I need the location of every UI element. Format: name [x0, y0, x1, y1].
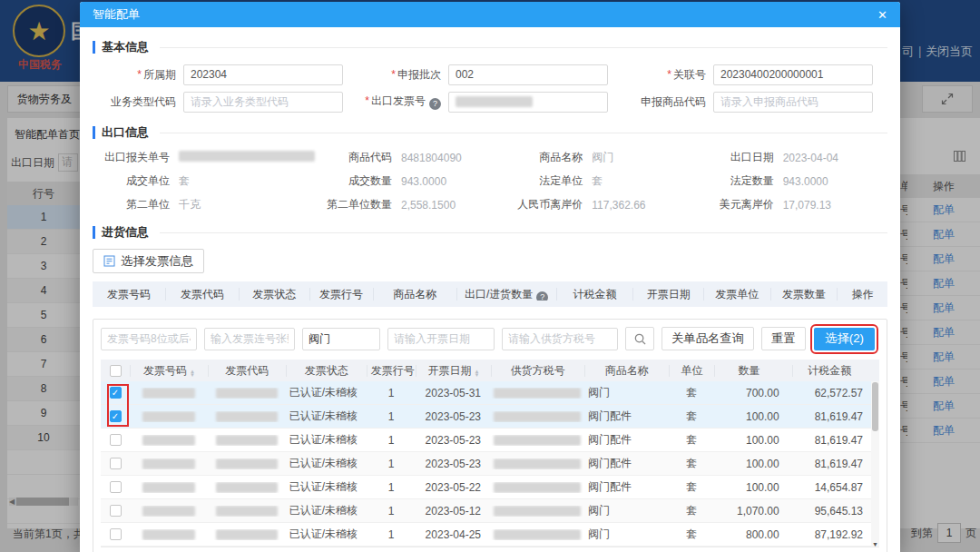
batch-input[interactable]: [448, 64, 608, 85]
row-checkbox[interactable]: [110, 505, 122, 517]
period-input[interactable]: [183, 64, 343, 85]
row-checkbox[interactable]: [110, 528, 122, 540]
col-invoice-no[interactable]: 发票号码: [93, 288, 165, 301]
vertical-scrollbar[interactable]: ▼: [871, 381, 879, 547]
batch-label: 申报批次: [358, 67, 448, 83]
row-checkbox[interactable]: ✓: [110, 387, 122, 399]
col-supplier-tax-no[interactable]: 供货方税号: [491, 365, 584, 377]
invoice-list-icon: [103, 255, 115, 267]
issue-date-cell: 2023-05-12: [416, 505, 490, 518]
col-invoice-line[interactable]: 发票行号: [309, 288, 373, 301]
scrollbar-thumb[interactable]: [872, 382, 878, 431]
purchase-table-header: 发票号码 发票代码 发票状态 发票行号 商品名称 出口/进货数量? 计税金额 开…: [93, 281, 887, 307]
invoice-status-cell: 已认证/未稽核: [286, 503, 367, 518]
col-tax-amount[interactable]: 计税金额: [556, 288, 633, 301]
invoice-code-cell: [208, 435, 286, 446]
declare-goods-label: 申报商品代码: [622, 94, 713, 110]
row-checkbox[interactable]: [110, 458, 122, 469]
invoice-code-cell: [208, 506, 286, 517]
tax-amount-cell: 81,619.47: [792, 434, 879, 447]
export-invoice-input[interactable]: [448, 92, 608, 113]
dialog-title: 智能配单: [93, 6, 140, 23]
col-action[interactable]: 操作: [837, 288, 887, 301]
sort-icon[interactable]: ▲▼: [190, 370, 195, 377]
kv-value: 8481804090: [401, 152, 462, 164]
invoice-row[interactable]: 已认证/未稽核12023-04-25阀门套800.0087,192.92: [101, 523, 879, 547]
relation-no-label: 关联号: [622, 67, 713, 83]
redacted-value: [494, 411, 581, 422]
invoice-row[interactable]: ✓已认证/未稽核12023-05-23阀门配件套100.0081,619.47: [101, 405, 879, 429]
col-unit[interactable]: 单位: [669, 365, 715, 377]
col-invoice-no[interactable]: 发票号码▲▼: [130, 365, 208, 377]
goods-name-filter[interactable]: [302, 328, 380, 350]
help-icon[interactable]: ?: [429, 98, 441, 110]
quantity-cell: 100.00: [714, 434, 791, 447]
unit-cell: 套: [669, 432, 714, 448]
kv-value: 2023-04-04: [783, 152, 838, 164]
redacted-value: [142, 388, 195, 399]
select-confirm-button[interactable]: 选择(2): [814, 328, 875, 350]
scroll-down-arrow[interactable]: ▼: [872, 541, 878, 547]
kv-label: 成交单位: [93, 173, 179, 189]
section-export-info: 出口信息: [93, 124, 887, 141]
invoice-no-filter[interactable]: [101, 328, 197, 350]
customs-name-query-button[interactable]: 关单品名查询: [662, 327, 754, 350]
col-goods-name[interactable]: 商品名称: [373, 288, 456, 301]
close-icon[interactable]: ✕: [877, 8, 887, 22]
invoice-line-cell: 1: [367, 528, 416, 541]
select-invoice-label: 选择发票信息: [121, 253, 193, 270]
invoice-row[interactable]: 已认证/未稽核12023-05-23阀门配件套100.0081,619.47: [101, 452, 879, 476]
issue-date-cell: 2023-05-31: [416, 387, 490, 399]
redacted-value: [494, 529, 581, 540]
invoice-row[interactable]: 已认证/未稽核12023-05-22阀门配件套100.0014,654.87: [101, 476, 879, 499]
select-all-checkbox[interactable]: [110, 365, 122, 377]
redacted-value: [456, 96, 533, 107]
supplier-tax-filter[interactable]: [502, 328, 618, 350]
invoice-no-cell: [130, 529, 208, 540]
supplier-tax-cell: [490, 482, 584, 493]
supplier-tax-cell: [490, 388, 584, 399]
col-issue-date[interactable]: 开票日期▲▼: [416, 365, 490, 377]
row-checkbox[interactable]: [110, 434, 122, 446]
issue-date-cell: 2023-05-22: [416, 481, 490, 494]
kv-label: 商品名称: [505, 150, 592, 165]
row-checkbox[interactable]: ✓: [110, 410, 122, 422]
invoice-status-cell: 已认证/未稽核: [286, 385, 367, 400]
invoice-code-cell: [208, 411, 286, 422]
invoice-line-cell: 1: [367, 387, 416, 399]
col-invoice-code[interactable]: 发票代码: [208, 365, 286, 377]
col-invoice-qty[interactable]: 发票数量: [770, 288, 838, 301]
select-invoice-button[interactable]: 选择发票信息: [93, 249, 204, 273]
invoice-no-cell: [130, 435, 208, 446]
col-goods-name[interactable]: 商品名称: [584, 365, 669, 377]
col-export-purchase-qty[interactable]: 出口/进货数量?: [456, 288, 556, 301]
invoice-row[interactable]: 已认证/未稽核12023-05-23阀门配件套100.0081,619.47: [101, 429, 879, 452]
col-tax-amount[interactable]: 计税金额: [792, 365, 879, 377]
col-invoice-code[interactable]: 发票代码: [165, 288, 239, 301]
col-invoice-status[interactable]: 发票状态: [286, 365, 367, 377]
col-quantity[interactable]: 数量: [714, 365, 791, 377]
export-info-grid: 出口报关单号 商品代码8481804090 商品名称阀门 出口日期2023-04…: [93, 150, 887, 212]
declare-goods-input[interactable]: [713, 92, 873, 113]
col-invoice-status[interactable]: 发票状态: [239, 288, 309, 301]
redacted-value: [142, 435, 195, 446]
redacted-value: [216, 482, 278, 493]
row-checkbox[interactable]: [110, 481, 122, 493]
redacted-value: [494, 435, 581, 446]
sort-icon[interactable]: ▲▼: [474, 370, 479, 377]
col-invoice-unit[interactable]: 发票单位: [703, 288, 770, 301]
help-icon[interactable]: ?: [536, 291, 548, 301]
reset-button[interactable]: 重置: [761, 327, 806, 350]
invoice-row[interactable]: 已认证/未稽核12023-05-12阀门套1,070.0095,645.13: [101, 499, 879, 523]
invoice-status-cell: 已认证/未稽核: [286, 456, 367, 471]
serial-count-filter[interactable]: [204, 328, 295, 350]
invoice-picker-panel: 关单品名查询 重置 选择(2) 发票号码▲▼ 发票代码 发票状态 发票行号 开票…: [93, 319, 887, 552]
col-invoice-line[interactable]: 发票行号: [367, 365, 416, 377]
col-issue-date[interactable]: 开票日期: [632, 288, 702, 301]
quantity-cell: 800.00: [714, 528, 791, 541]
search-button[interactable]: [625, 327, 654, 350]
issue-date-filter[interactable]: [387, 328, 495, 350]
invoice-row[interactable]: ✓已认证/未稽核12023-05-31阀门套700.0062,572.57: [101, 381, 879, 405]
biz-type-input[interactable]: [183, 92, 343, 113]
relation-no-input[interactable]: [713, 64, 873, 85]
